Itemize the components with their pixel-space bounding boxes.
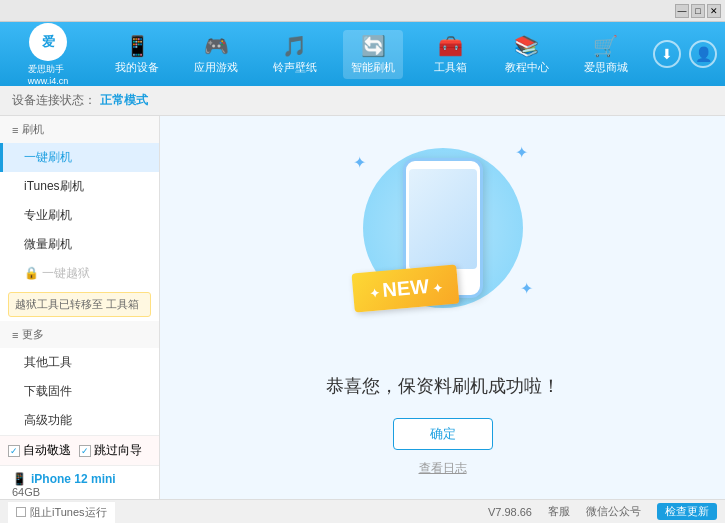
nav-toolbox[interactable]: 🧰 工具箱 xyxy=(422,30,478,79)
go-home-link[interactable]: 查看日志 xyxy=(419,460,467,477)
logo-text: 爱思助手 www.i4.cn xyxy=(28,63,69,86)
window-controls[interactable]: — □ ✕ xyxy=(675,4,721,18)
sidebar-more-section: ≡ 更多 xyxy=(0,321,159,348)
content-area: ✦ ✦ ✦ NEW 恭喜您，保资料刷机成功啦！ 确定 查看日志 xyxy=(160,116,725,499)
nav-apps-games[interactable]: 🎮 应用游戏 xyxy=(186,30,246,79)
skip-wizard-checkbox-box[interactable]: ✓ xyxy=(79,445,91,457)
top-nav: 爱 爱思助手 www.i4.cn 📱 我的设备 🎮 应用游戏 🎵 铃声壁纸 🔄 … xyxy=(0,22,725,86)
sidebar-flash-section: ≡ 刷机 xyxy=(0,116,159,143)
title-bar: — □ ✕ xyxy=(0,0,725,22)
sparkle-icon-1: ✦ xyxy=(353,153,366,172)
download-button[interactable]: ⬇ xyxy=(653,40,681,68)
nav-items: 📱 我的设备 🎮 应用游戏 🎵 铃声壁纸 🔄 智能刷机 🧰 工具箱 📚 教程中心… xyxy=(98,30,645,79)
bottom-right: V7.98.66 客服 微信公众号 检查更新 xyxy=(488,503,717,520)
success-message: 恭喜您，保资料刷机成功啦！ xyxy=(326,374,560,398)
auto-skip-checkbox-box[interactable]: ✓ xyxy=(8,445,20,457)
sidebar-item-itunes-flash[interactable]: iTunes刷机 xyxy=(0,172,159,201)
user-button[interactable]: 👤 xyxy=(689,40,717,68)
version-label: V7.98.66 xyxy=(488,506,532,518)
nav-tutorial[interactable]: 📚 教程中心 xyxy=(497,30,557,79)
sidebar-item-one-key-jailbreak-disabled: 🔒 一键越狱 xyxy=(0,259,159,288)
auto-skip-checkbox[interactable]: ✓ 自动敬逃 xyxy=(8,442,71,459)
device-icon: 📱 xyxy=(12,472,27,486)
itunes-warning[interactable]: 阻止iTunes运行 xyxy=(8,501,115,523)
more-section-icon: ≡ xyxy=(12,329,18,341)
app-logo: 爱 爱思助手 www.i4.cn xyxy=(8,23,88,86)
apps-games-icon: 🎮 xyxy=(204,34,229,58)
sidebar-item-one-key-flash[interactable]: 一键刷机 xyxy=(0,143,159,172)
sidebar-item-advanced[interactable]: 高级功能 xyxy=(0,406,159,435)
sidebar-item-pro-flash[interactable]: 专业刷机 xyxy=(0,201,159,230)
sidebar-item-download-firmware[interactable]: 下载固件 xyxy=(0,377,159,406)
sidebar: ≡ 刷机 一键刷机 iTunes刷机 专业刷机 微量刷机 🔒 一键越狱 越狱工具… xyxy=(0,116,160,499)
wechat-link[interactable]: 微信公众号 xyxy=(586,504,641,519)
nav-store[interactable]: 🛒 爱思商城 xyxy=(576,30,636,79)
itunes-warning-checkbox[interactable] xyxy=(16,507,26,517)
phone-illustration: ✦ ✦ ✦ NEW xyxy=(343,138,543,358)
flash-section-icon: ≡ xyxy=(12,124,18,136)
skip-wizard-checkbox[interactable]: ✓ 跳过向导 xyxy=(79,442,142,459)
sidebar-item-save-flash[interactable]: 微量刷机 xyxy=(0,230,159,259)
nav-my-device[interactable]: 📱 我的设备 xyxy=(107,30,167,79)
sparkle-icon-2: ✦ xyxy=(515,143,528,162)
store-icon: 🛒 xyxy=(593,34,618,58)
my-device-icon: 📱 xyxy=(125,34,150,58)
tutorial-icon: 📚 xyxy=(514,34,539,58)
nav-right-controls: ⬇ 👤 xyxy=(653,40,717,68)
close-button[interactable]: ✕ xyxy=(707,4,721,18)
nav-smart-flash[interactable]: 🔄 智能刷机 xyxy=(343,30,403,79)
status-bar: 设备连接状态： 正常模式 xyxy=(0,86,725,116)
support-link[interactable]: 客服 xyxy=(548,504,570,519)
main-area: ≡ 刷机 一键刷机 iTunes刷机 专业刷机 微量刷机 🔒 一键越狱 越狱工具… xyxy=(0,116,725,499)
smart-flash-icon: 🔄 xyxy=(361,34,386,58)
bottom-bar: 阻止iTunes运行 V7.98.66 客服 微信公众号 检查更新 xyxy=(0,499,725,523)
maximize-button[interactable]: □ xyxy=(691,4,705,18)
sidebar-item-other-tools[interactable]: 其他工具 xyxy=(0,348,159,377)
jailbreak-notice: 越狱工具已转移至 工具箱 xyxy=(8,292,151,317)
ringtones-icon: 🎵 xyxy=(282,34,307,58)
confirm-button[interactable]: 确定 xyxy=(393,418,493,450)
phone-screen xyxy=(409,169,477,269)
device-info: 📱 iPhone 12 mini 64GB Down-12mini-13,1 xyxy=(0,465,159,499)
minimize-button[interactable]: — xyxy=(675,4,689,18)
nav-ringtones[interactable]: 🎵 铃声壁纸 xyxy=(265,30,325,79)
sparkle-icon-3: ✦ xyxy=(520,279,533,298)
update-button[interactable]: 检查更新 xyxy=(657,503,717,520)
toolbox-icon: 🧰 xyxy=(438,34,463,58)
logo-icon: 爱 xyxy=(29,23,67,61)
